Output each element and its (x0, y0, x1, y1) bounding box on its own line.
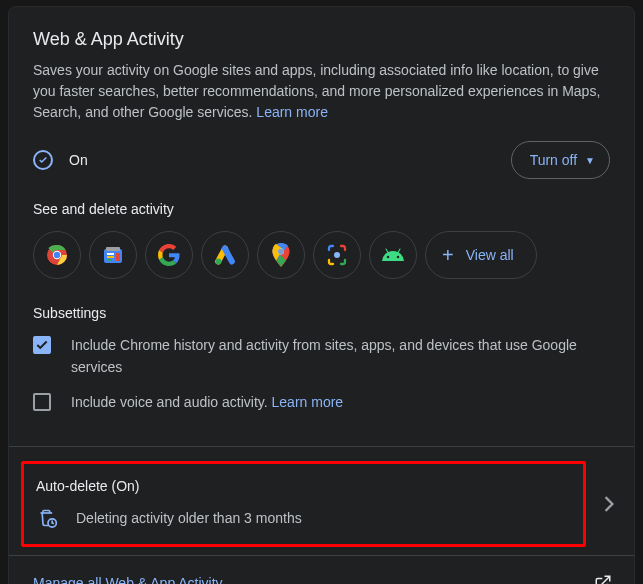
app-android[interactable] (369, 231, 417, 279)
view-all-button[interactable]: + View all (425, 231, 537, 279)
app-maps[interactable] (257, 231, 305, 279)
divider (9, 446, 634, 447)
app-lens[interactable] (313, 231, 361, 279)
voice-learn-more-link[interactable]: Learn more (272, 394, 344, 410)
chrome-icon (45, 243, 69, 267)
activity-card: Web & App Activity Saves your activity o… (8, 6, 635, 584)
svg-point-12 (334, 252, 340, 258)
footer-row: Manage all Web & App Activity (9, 555, 634, 584)
description: Saves your activity on Google sites and … (33, 60, 610, 123)
subsetting-label-1: Include voice and audio activity. Learn … (71, 392, 343, 414)
auto-delete-heading: Auto-delete (On) (36, 478, 573, 494)
plus-icon: + (442, 245, 454, 265)
svg-point-9 (216, 259, 222, 265)
manage-activity-link[interactable]: Manage all Web & App Activity (33, 575, 223, 584)
status-row: On Turn off ▼ (33, 141, 610, 179)
see-delete-heading: See and delete activity (33, 201, 610, 217)
checkbox-chrome-history[interactable] (33, 336, 51, 354)
turn-off-label: Turn off (530, 152, 577, 168)
highlight-box: Auto-delete (On) Deleting activity older… (21, 461, 586, 547)
google-icon (158, 244, 180, 266)
news-icon (101, 243, 125, 267)
maps-icon (270, 243, 292, 267)
ads-icon (213, 243, 237, 267)
svg-rect-5 (107, 253, 114, 255)
checkbox-voice-audio[interactable] (33, 393, 51, 411)
dropdown-arrow-icon: ▼ (585, 155, 595, 166)
auto-delete-icon (38, 508, 58, 528)
status-label: On (69, 152, 88, 168)
app-google[interactable] (145, 231, 193, 279)
subsetting-row-1: Include voice and audio activity. Learn … (33, 392, 610, 414)
view-all-label: View all (466, 247, 514, 263)
subsetting-label-0: Include Chrome history and activity from… (71, 335, 610, 378)
app-chrome[interactable] (33, 231, 81, 279)
card-header-section: Web & App Activity Saves your activity o… (9, 7, 634, 436)
turn-off-button[interactable]: Turn off ▼ (511, 141, 610, 179)
svg-rect-7 (107, 259, 112, 261)
auto-delete-row: Deleting activity older than 3 months (38, 508, 573, 528)
svg-rect-4 (106, 247, 120, 251)
status-on-icon (33, 150, 53, 170)
subsetting-text-1: Include voice and audio activity. (71, 394, 272, 410)
subsettings-heading: Subsettings (33, 305, 610, 321)
auto-delete-section[interactable]: Auto-delete (On) Deleting activity older… (9, 461, 634, 547)
app-ads[interactable] (201, 231, 249, 279)
app-icons-row: + View all (33, 231, 610, 279)
svg-point-2 (54, 252, 60, 258)
page-title: Web & App Activity (33, 29, 610, 50)
subsetting-row-0: Include Chrome history and activity from… (33, 335, 610, 378)
learn-more-link[interactable]: Learn more (256, 104, 328, 120)
app-news[interactable] (89, 231, 137, 279)
svg-rect-6 (107, 256, 114, 258)
svg-point-11 (278, 249, 284, 255)
android-icon (381, 243, 405, 267)
open-external-icon[interactable] (594, 574, 612, 584)
chevron-right-icon[interactable] (604, 496, 614, 512)
svg-rect-8 (116, 253, 120, 261)
lens-icon (325, 243, 349, 267)
auto-delete-status: Deleting activity older than 3 months (76, 510, 302, 526)
